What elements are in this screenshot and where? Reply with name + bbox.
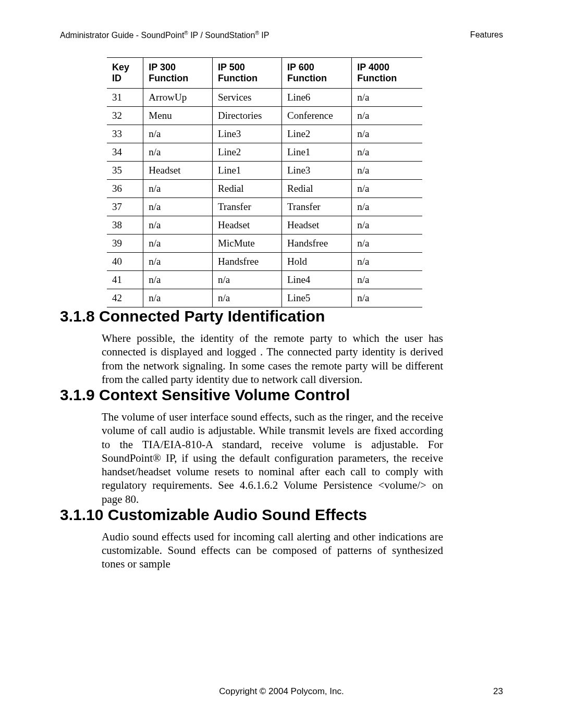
col-ip4000: IP 4000 Function	[352, 58, 422, 89]
header-right: Features	[470, 30, 503, 40]
footer-copyright: Copyright © 2004 Polycom, Inc.	[60, 686, 503, 697]
header-left-part2: IP / SoundStation	[188, 31, 255, 40]
table-row: 37n/aTransferTransfern/a	[107, 198, 422, 216]
content: Key ID IP 300 Function IP 500 Function I…	[0, 57, 563, 571]
table-row: 38n/aHeadsetHeadsetn/a	[107, 216, 422, 235]
table-row: 36n/aRedialRedialn/a	[107, 180, 422, 198]
table-row: 31ArrowUpServicesLine6n/a	[107, 89, 422, 107]
table-row: 34n/aLine2Line1n/a	[107, 143, 422, 162]
col-ip600: IP 600 Function	[282, 58, 352, 89]
table-row: 39n/aMicMuteHandsfreen/a	[107, 235, 422, 253]
section-body-3110: Audio sound effects used for incoming ca…	[0, 530, 563, 571]
section-body-319: The volume of user interface sound effec…	[0, 410, 563, 506]
table-row: 41n/an/aLine4n/a	[107, 271, 422, 289]
table-row: 33n/aLine3Line2n/a	[107, 125, 422, 143]
section-heading-319: 3.1.9 Context Sensitive Volume Control	[0, 386, 563, 404]
table-body: 31ArrowUpServicesLine6n/a 32MenuDirector…	[107, 89, 422, 307]
section-body-318: Where possible, the identity of the remo…	[0, 331, 563, 386]
key-function-table: Key ID IP 300 Function IP 500 Function I…	[107, 57, 422, 307]
table-row: 32MenuDirectoriesConferencen/a	[107, 107, 422, 125]
page-footer: Copyright © 2004 Polycom, Inc. 23	[60, 686, 503, 697]
section-heading-3110: 3.1.10 Customizable Audio Sound Effects	[0, 506, 563, 524]
page: Administrator Guide - SoundPoint® IP / S…	[0, 0, 563, 728]
table-row: 42n/an/aLine5n/a	[107, 289, 422, 307]
table-row: 35HeadsetLine1Line3n/a	[107, 162, 422, 180]
col-key-id: Key ID	[107, 58, 143, 89]
header-left-part3: IP	[259, 31, 270, 40]
section-heading-318: 3.1.8 Connected Party Identification	[0, 307, 563, 325]
col-ip500: IP 500 Function	[213, 58, 282, 89]
table-row: 40n/aHandsfreeHoldn/a	[107, 253, 422, 271]
registered-mark: ®	[184, 30, 188, 36]
registered-mark: ®	[255, 30, 259, 36]
page-header: Administrator Guide - SoundPoint® IP / S…	[60, 30, 503, 40]
header-left-part1: Administrator Guide - SoundPoint	[60, 31, 184, 40]
col-ip300: IP 300 Function	[143, 58, 213, 89]
header-left: Administrator Guide - SoundPoint® IP / S…	[60, 30, 269, 40]
table-header-row: Key ID IP 300 Function IP 500 Function I…	[107, 58, 422, 89]
